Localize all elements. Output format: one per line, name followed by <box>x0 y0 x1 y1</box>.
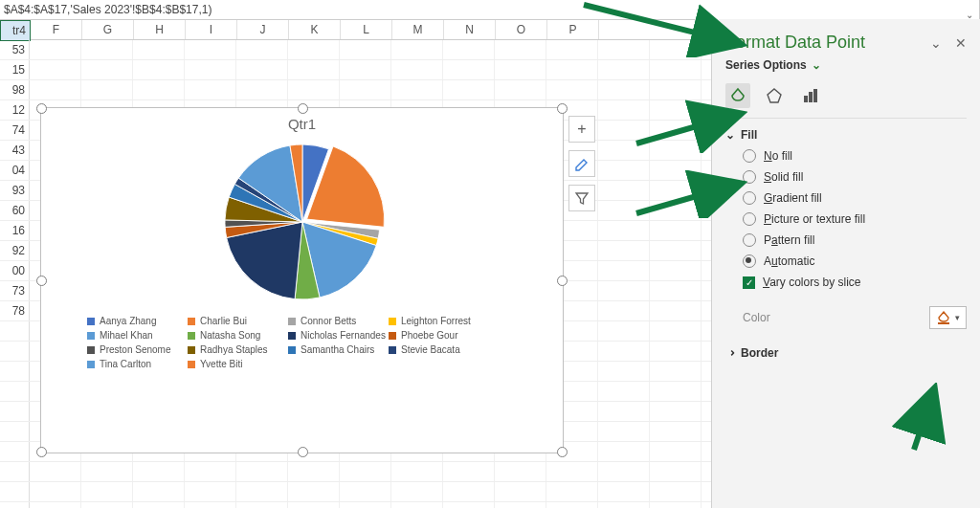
cell[interactable] <box>650 80 702 99</box>
cell[interactable] <box>650 181 702 200</box>
legend-item[interactable]: Mihael Khan <box>87 330 188 341</box>
cell[interactable] <box>391 40 443 59</box>
cell[interactable] <box>30 80 81 99</box>
resize-handle[interactable] <box>36 276 47 286</box>
formula-bar[interactable]: $A$4:$A$17,'Sales 2023'!$B$4:$B$17,1) ⌄ <box>0 0 980 20</box>
cell[interactable] <box>0 402 30 421</box>
vary-colors-checkbox[interactable]: ✓Vary colors by slice <box>743 276 967 289</box>
cell[interactable] <box>185 80 236 99</box>
legend-item[interactable]: Yvette Biti <box>188 359 288 369</box>
resize-handle[interactable] <box>298 103 308 114</box>
cell[interactable]: 12 <box>0 100 30 120</box>
chart-title[interactable]: Qtr1 <box>41 116 563 132</box>
column-header[interactable]: F <box>31 20 82 39</box>
legend-item[interactable]: Phoebe Gour <box>389 330 489 341</box>
cell[interactable] <box>598 362 650 381</box>
cell[interactable] <box>288 502 340 508</box>
cell[interactable] <box>598 462 650 481</box>
cell[interactable] <box>185 40 236 59</box>
legend-item[interactable]: Tina Carlton <box>87 359 188 369</box>
cell[interactable] <box>0 362 30 381</box>
cell[interactable] <box>650 161 702 180</box>
cell[interactable] <box>443 482 495 501</box>
cell[interactable] <box>495 60 546 79</box>
column-header[interactable]: M <box>392 20 444 39</box>
cell[interactable] <box>133 40 185 59</box>
cell[interactable] <box>340 462 391 481</box>
column-header[interactable]: L <box>341 20 392 39</box>
cell[interactable] <box>650 221 702 240</box>
legend-item[interactable]: Charlie Bui <box>188 316 288 326</box>
cell[interactable] <box>650 100 702 120</box>
cell[interactable] <box>650 241 702 260</box>
cell[interactable] <box>650 40 702 59</box>
cell[interactable] <box>0 502 30 508</box>
column-header[interactable]: O <box>496 20 547 39</box>
cell[interactable] <box>650 482 702 501</box>
border-section-header[interactable]: ⌄ Border <box>712 341 980 367</box>
automatic-fill-option[interactable]: Automatic <box>743 254 967 268</box>
cell[interactable] <box>443 502 495 508</box>
cell[interactable] <box>340 482 391 501</box>
cell[interactable] <box>288 80 340 99</box>
legend-item[interactable]: Connor Betts <box>288 316 389 326</box>
cell[interactable] <box>0 342 30 361</box>
cell[interactable] <box>30 40 81 59</box>
solid-fill-option[interactable]: Solid fill <box>743 170 967 184</box>
cell[interactable]: 93 <box>0 181 30 200</box>
pattern-fill-option[interactable]: Pattern fill <box>743 233 967 247</box>
cell[interactable] <box>650 502 702 508</box>
cell[interactable] <box>81 60 133 79</box>
cell[interactable] <box>391 60 443 79</box>
cell[interactable] <box>650 261 702 280</box>
column-header[interactable]: H <box>134 20 186 39</box>
cell[interactable] <box>598 382 650 401</box>
cell[interactable] <box>598 40 650 59</box>
cell[interactable]: 15 <box>0 60 30 79</box>
legend-item[interactable]: Samantha Chairs <box>288 344 389 355</box>
cell[interactable] <box>598 342 650 361</box>
gradient-fill-option[interactable]: Gradient fill <box>743 191 967 205</box>
cell[interactable] <box>391 80 443 99</box>
no-fill-option[interactable]: No fill <box>743 149 967 163</box>
resize-handle[interactable] <box>557 276 568 286</box>
cell[interactable] <box>546 60 598 79</box>
cell[interactable] <box>598 60 650 79</box>
cell[interactable] <box>598 422 650 441</box>
cell[interactable]: 98 <box>0 80 30 99</box>
cell[interactable] <box>546 482 598 501</box>
cell[interactable] <box>546 40 598 59</box>
cell[interactable] <box>546 80 598 99</box>
chart-elements-button[interactable]: + <box>568 116 595 143</box>
cell[interactable] <box>391 482 443 501</box>
cell[interactable] <box>598 281 650 300</box>
cell[interactable]: 78 <box>0 301 30 320</box>
cell[interactable] <box>30 60 81 79</box>
cell[interactable] <box>81 482 133 501</box>
cell[interactable] <box>650 141 702 160</box>
cell[interactable]: 92 <box>0 241 30 260</box>
cell[interactable]: 60 <box>0 201 30 220</box>
cell[interactable] <box>650 362 702 381</box>
resize-handle[interactable] <box>36 447 47 457</box>
cell[interactable] <box>598 482 650 501</box>
cell[interactable] <box>185 462 236 481</box>
column-header[interactable]: G <box>82 20 134 39</box>
cell[interactable] <box>236 482 288 501</box>
effects-tab[interactable] <box>762 83 787 108</box>
series-options-tab[interactable] <box>798 83 823 108</box>
resize-handle[interactable] <box>557 447 568 457</box>
cell[interactable] <box>598 261 650 280</box>
series-options-dropdown[interactable]: Series Options ⌄ <box>712 58 980 79</box>
cell[interactable] <box>598 502 650 508</box>
spreadsheet-grid[interactable]: 5315981274430493601692007378 Qtr1 Aanya … <box>0 40 712 508</box>
column-header[interactable]: N <box>444 20 496 39</box>
cell[interactable] <box>443 462 495 481</box>
cell[interactable] <box>340 60 391 79</box>
cell[interactable] <box>340 40 391 59</box>
chart-object[interactable]: Qtr1 Aanya ZhangCharlie BuiConnor BettsL… <box>40 107 564 453</box>
cell[interactable] <box>81 40 133 59</box>
fill-section-header[interactable]: ⌄ Fill <box>712 128 980 149</box>
cell[interactable]: 04 <box>0 161 30 180</box>
cell[interactable] <box>546 502 598 508</box>
